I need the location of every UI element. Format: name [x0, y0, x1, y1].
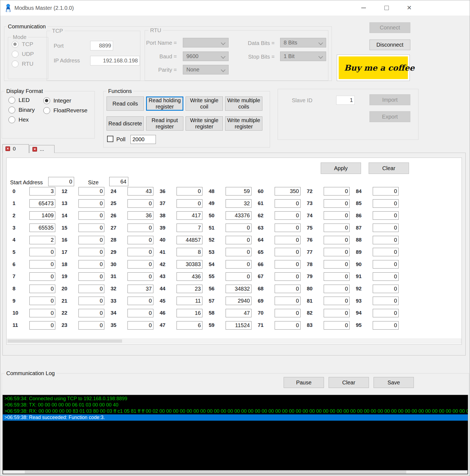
register-value-input[interactable]: 0 [373, 297, 399, 305]
register-value-input[interactable]: 0 [324, 211, 350, 220]
port-name-dropdown[interactable] [183, 38, 229, 47]
register-value-input[interactable]: 6 [177, 321, 202, 330]
register-value-input[interactable]: 0 [78, 309, 104, 317]
register-value-input[interactable]: 0 [373, 187, 399, 195]
function-button-write-single-register[interactable]: Write single register [186, 116, 223, 131]
connect-button[interactable]: Connect [369, 22, 410, 33]
minimize-button[interactable] [354, 0, 372, 16]
ip-address-input[interactable]: 192.168.0.198 [90, 56, 140, 65]
disconnect-button[interactable]: Disconnect [369, 40, 410, 50]
register-value-input[interactable]: 0 [226, 260, 251, 269]
register-value-input[interactable]: 0 [373, 248, 399, 256]
function-button-write-multiple-coils[interactable]: Write multiple coils [225, 97, 262, 111]
maximize-button[interactable] [378, 0, 396, 16]
register-value-input[interactable]: 43376 [226, 211, 251, 220]
save-button[interactable]: Save [374, 377, 414, 388]
function-button-read-holding-register[interactable]: Read holding register [146, 97, 183, 111]
register-value-input[interactable]: 0 [29, 260, 55, 269]
register-value-input[interactable]: 0 [324, 285, 350, 293]
function-button-read-coils[interactable]: Read coils [107, 97, 144, 111]
log-line[interactable]: >06:59:38: RX: 00 00 00 00 00 83 01 03 8… [3, 408, 468, 414]
register-value-input[interactable]: 0 [128, 321, 153, 330]
register-value-input[interactable]: 32 [226, 199, 251, 208]
tab-0[interactable]: ✕0 [2, 144, 29, 153]
register-value-input[interactable]: 37 [128, 285, 153, 293]
register-value-input[interactable]: 0 [78, 211, 104, 220]
register-value-input[interactable]: 0 [128, 236, 153, 244]
format-radio-led[interactable]: LED [8, 96, 35, 104]
register-value-input[interactable]: 0 [275, 199, 301, 208]
mode-radio-rtu[interactable]: RTU [12, 60, 34, 68]
register-value-input[interactable]: 23 [177, 285, 202, 293]
register-value-input[interactable]: 0 [78, 272, 104, 281]
register-value-input[interactable]: 0 [177, 187, 202, 195]
register-value-input[interactable]: 0 [275, 224, 301, 232]
register-value-input[interactable]: 0 [275, 236, 301, 244]
scrollbar-thumb[interactable] [8, 339, 122, 343]
register-value-input[interactable]: 44857 [177, 236, 202, 244]
register-value-input[interactable]: 3 [29, 187, 55, 195]
register-value-input[interactable]: 47 [226, 309, 251, 317]
register-value-input[interactable]: 30383 [177, 260, 202, 269]
mode-radio-tcp[interactable]: TCP [12, 40, 34, 48]
register-value-input[interactable]: 0 [275, 272, 301, 281]
register-value-input[interactable]: 11 [177, 297, 202, 305]
register-value-input[interactable]: 0 [29, 285, 55, 293]
register-value-input[interactable]: 0 [275, 285, 301, 293]
register-value-input[interactable]: 0 [78, 236, 104, 244]
register-value-input[interactable]: 0 [324, 260, 350, 269]
function-button-read-input-register[interactable]: Read input register [146, 116, 183, 131]
register-value-input[interactable]: 0 [373, 272, 399, 281]
apply-button[interactable]: Apply [321, 162, 361, 174]
register-value-input[interactable]: 0 [78, 260, 104, 269]
register-value-input[interactable]: 0 [29, 309, 55, 317]
function-button-write-multiple-register[interactable]: Write multiple register [225, 116, 262, 131]
export-button[interactable]: Export [369, 111, 410, 122]
register-value-input[interactable]: 417 [177, 211, 202, 220]
size-input[interactable]: 64 [109, 177, 128, 186]
register-value-input[interactable]: 0 [373, 236, 399, 244]
register-value-input[interactable]: 2940 [226, 297, 251, 305]
register-value-input[interactable]: 0 [226, 248, 251, 256]
register-value-input[interactable]: 1409 [29, 211, 55, 220]
register-value-input[interactable]: 0 [324, 224, 350, 232]
register-value-input[interactable]: 0 [275, 297, 301, 305]
register-value-input[interactable]: 0 [128, 309, 153, 317]
clear-button[interactable]: Clear [369, 162, 409, 174]
data-bits-dropdown[interactable]: 8 Bits [280, 38, 326, 47]
register-value-input[interactable]: 0 [373, 211, 399, 220]
register-value-input[interactable]: 0 [324, 236, 350, 244]
register-value-input[interactable]: 0 [78, 224, 104, 232]
register-value-input[interactable]: 65473 [29, 199, 55, 208]
register-value-input[interactable]: 0 [29, 321, 55, 330]
register-value-input[interactable]: 0 [373, 260, 399, 269]
register-value-input[interactable]: 0 [226, 272, 251, 281]
horizontal-scrollbar[interactable] [7, 339, 461, 344]
tab-index-1[interactable]: ✕... [29, 145, 54, 153]
register-value-input[interactable]: 0 [128, 260, 153, 269]
register-value-input[interactable]: 0 [275, 248, 301, 256]
parity-dropdown[interactable]: None [183, 65, 229, 74]
start-address-input[interactable]: 0 [48, 177, 74, 186]
register-value-input[interactable]: 0 [29, 297, 55, 305]
register-value-input[interactable]: 43 [128, 187, 153, 195]
register-value-input[interactable]: 0 [128, 248, 153, 256]
register-value-input[interactable]: 0 [275, 309, 301, 317]
register-value-input[interactable]: 0 [29, 248, 55, 256]
register-value-input[interactable]: 0 [324, 248, 350, 256]
register-value-input[interactable]: 0 [275, 321, 301, 330]
register-value-input[interactable]: 0 [128, 224, 153, 232]
register-value-input[interactable]: 34832 [226, 285, 251, 293]
format-radio-floatreverse[interactable]: FloatReverse [43, 107, 87, 114]
register-value-input[interactable]: 2 [29, 236, 55, 244]
register-value-input[interactable]: 65535 [29, 224, 55, 232]
register-value-input[interactable]: 8 [177, 248, 202, 256]
register-value-input[interactable]: 36 [128, 211, 153, 220]
register-value-input[interactable]: 0 [373, 199, 399, 208]
register-value-input[interactable]: 0 [373, 321, 399, 330]
log-clear-button[interactable]: Clear [329, 377, 369, 388]
close-button[interactable]: ✕ [400, 0, 418, 16]
register-value-input[interactable]: 0 [275, 211, 301, 220]
register-value-input[interactable]: 0 [128, 272, 153, 281]
mode-radio-udp[interactable]: UDP [12, 50, 34, 58]
